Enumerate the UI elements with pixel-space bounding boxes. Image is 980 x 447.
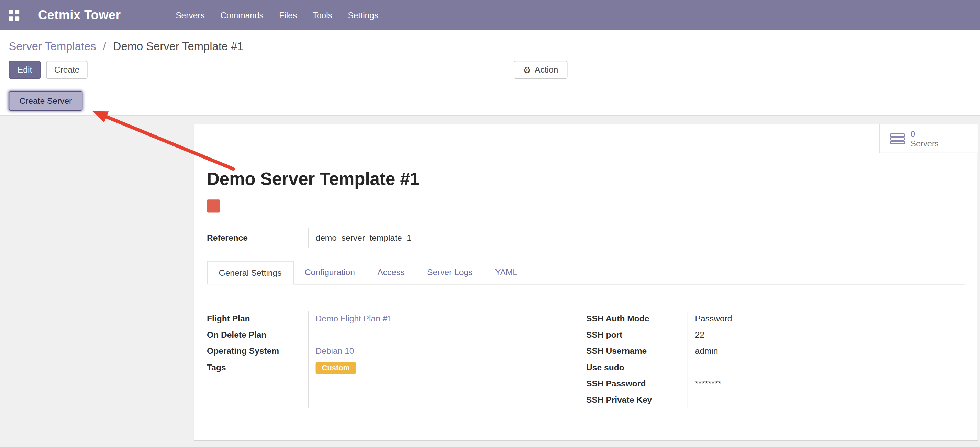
ssh-private-key-label: SSH Private Key: [586, 392, 687, 408]
breadcrumb: Server Templates / Demo Server Template …: [0, 30, 980, 53]
ssh-port-label: SSH port: [586, 327, 687, 343]
breadcrumb-current: Demo Server Template #1: [113, 40, 243, 52]
field-group-right: SSH Auth Mode SSH port SSH Username Use …: [586, 311, 965, 409]
flight-plan-label: Flight Plan: [207, 311, 308, 327]
tab-yaml[interactable]: YAML: [484, 261, 529, 284]
nav-item-tools[interactable]: Tools: [311, 8, 334, 22]
ssh-port-value: 22: [695, 330, 705, 339]
content-area: 0 Servers Demo Server Template #1 Refere…: [0, 115, 980, 447]
ssh-password-label: SSH Password: [586, 376, 687, 392]
sheet-body: Demo Server Template #1 Reference demo_s…: [194, 169, 978, 409]
reference-field: Reference demo_server_template_1: [207, 228, 965, 247]
action-menu-container: ⚙ Action: [514, 61, 568, 79]
reference-label: Reference: [207, 228, 309, 247]
nav-item-files[interactable]: Files: [278, 8, 298, 22]
main-menu: Servers Commands Files Tools Settings: [175, 8, 380, 22]
tab-access[interactable]: Access: [366, 261, 416, 284]
reference-value: demo_server_template_1: [309, 233, 411, 243]
ssh-auth-mode-value: Password: [695, 314, 732, 323]
stat-value: 0: [911, 129, 939, 139]
record-title: Demo Server Template #1: [207, 169, 965, 190]
tab-configuration[interactable]: Configuration: [293, 261, 366, 284]
left-labels-column: Flight Plan On Delete Plan Operating Sys…: [207, 311, 309, 409]
operating-system-value[interactable]: Debian 10: [316, 346, 354, 356]
header-buttons-row: Create Server: [0, 91, 980, 111]
color-swatch: [207, 200, 220, 212]
breadcrumb-parent[interactable]: Server Templates: [9, 40, 96, 52]
ssh-password-value: ********: [695, 379, 721, 388]
flight-plan-value[interactable]: Demo Flight Plan #1: [316, 314, 392, 323]
right-labels-column: SSH Auth Mode SSH port SSH Username Use …: [586, 311, 688, 409]
server-stack-icon: [890, 133, 905, 144]
use-sudo-label: Use sudo: [586, 360, 687, 376]
gear-icon: ⚙: [523, 65, 531, 74]
tag-badge-custom: Custom: [316, 362, 356, 374]
servers-stat-button[interactable]: 0 Servers: [879, 125, 978, 153]
nav-item-servers[interactable]: Servers: [175, 8, 206, 22]
stat-label: Servers: [911, 139, 939, 148]
stat-button-row: 0 Servers: [194, 125, 978, 153]
tab-content-general: Flight Plan On Delete Plan Operating Sys…: [207, 311, 965, 409]
tab-server-logs[interactable]: Server Logs: [416, 261, 484, 284]
left-values-column: Demo Flight Plan #1 Debian 10 Custom: [309, 311, 563, 409]
nav-item-commands[interactable]: Commands: [219, 8, 265, 22]
form-sheet: 0 Servers Demo Server Template #1 Refere…: [194, 124, 978, 441]
app-root: Cetmix Tower Servers Commands Files Tool…: [0, 0, 980, 447]
notebook-tabs: General Settings Configuration Access Se…: [207, 261, 965, 284]
apps-menu-icon[interactable]: [5, 7, 23, 23]
ssh-username-value: admin: [695, 346, 718, 356]
ssh-auth-mode-label: SSH Auth Mode: [586, 311, 687, 327]
nav-item-settings[interactable]: Settings: [347, 8, 380, 22]
app-brand[interactable]: Cetmix Tower: [38, 8, 121, 22]
top-navbar: Cetmix Tower Servers Commands Files Tool…: [0, 0, 980, 30]
tags-label: Tags: [207, 360, 308, 376]
stat-text: 0 Servers: [911, 129, 939, 148]
control-buttons-row: Edit Create ⚙ Action: [0, 61, 980, 80]
field-group-left: Flight Plan On Delete Plan Operating Sys…: [207, 311, 563, 409]
action-button[interactable]: ⚙ Action: [514, 61, 568, 79]
ssh-username-label: SSH Username: [586, 343, 687, 360]
create-server-button[interactable]: Create Server: [9, 91, 83, 111]
on-delete-plan-label: On Delete Plan: [207, 327, 308, 343]
control-panel: Server Templates / Demo Server Template …: [0, 30, 980, 115]
breadcrumb-separator: /: [103, 40, 106, 52]
right-values-column: Password 22 admin ********: [688, 311, 965, 409]
create-button[interactable]: Create: [46, 61, 88, 79]
tab-general-settings[interactable]: General Settings: [207, 261, 293, 284]
operating-system-label: Operating System: [207, 343, 308, 360]
grid-icon: [9, 10, 19, 20]
action-button-label: Action: [535, 65, 558, 74]
edit-button[interactable]: Edit: [9, 61, 41, 79]
